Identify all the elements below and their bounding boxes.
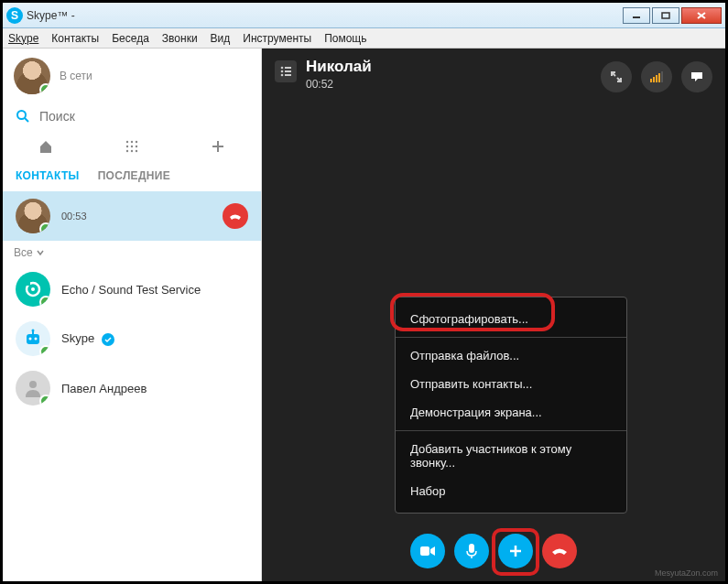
app-window: S Skype™ - Skype Контакты Беседа Звонки … xyxy=(0,0,728,584)
call-header: Николай 00:52 xyxy=(275,58,372,91)
presence-online-icon xyxy=(39,395,50,406)
popup-dialpad[interactable]: Набор xyxy=(396,477,626,505)
svg-rect-34 xyxy=(650,79,652,82)
svg-point-25 xyxy=(29,381,37,388)
popup-share-screen[interactable]: Демонстрация экрана... xyxy=(396,398,626,427)
menu-view[interactable]: Вид xyxy=(211,32,231,45)
popup-send-files[interactable]: Отправка файлов... xyxy=(396,341,626,370)
video-icon xyxy=(419,545,436,557)
contact-call-duration: 00:53 xyxy=(61,211,87,222)
chat-button[interactable] xyxy=(681,61,712,92)
video-button[interactable] xyxy=(410,534,445,568)
phone-down-icon xyxy=(228,209,243,223)
popup-send-contacts[interactable]: Отправить контакты... xyxy=(396,370,626,398)
menubar: Skype Контакты Беседа Звонки Вид Инструм… xyxy=(3,28,725,49)
svg-point-4 xyxy=(17,111,26,119)
presence-online-icon xyxy=(39,222,50,233)
me-row[interactable]: В сети xyxy=(3,49,261,102)
hangup-button[interactable] xyxy=(542,534,577,568)
svg-point-28 xyxy=(281,70,284,73)
my-status: В сети xyxy=(60,70,92,82)
titlebar: S Skype™ - xyxy=(3,3,725,28)
contact-skype[interactable]: Skype xyxy=(3,314,261,363)
svg-point-12 xyxy=(126,150,128,152)
call-duration: 00:52 xyxy=(306,78,372,91)
mute-button[interactable] xyxy=(454,534,489,568)
tab-recent[interactable]: ПОСЛЕДНИЕ xyxy=(98,169,170,182)
contact-pavel[interactable]: Павел Андреев xyxy=(3,363,261,413)
svg-rect-27 xyxy=(285,67,291,69)
maximize-button[interactable] xyxy=(652,7,679,24)
chevron-down-icon xyxy=(37,249,44,256)
sidebar: В сети xyxy=(3,49,262,581)
contact-name: Echo / Sound Test Service xyxy=(61,283,201,297)
watermark: MesyutaZon.com xyxy=(655,568,718,578)
search-input[interactable] xyxy=(39,109,248,124)
home-icon[interactable] xyxy=(38,138,54,155)
menu-tools[interactable]: Инструменты xyxy=(243,32,311,45)
menu-contacts[interactable]: Контакты xyxy=(51,32,99,45)
popup-add-people[interactable]: Добавить участников к этому звонку... xyxy=(396,435,626,477)
separator xyxy=(396,430,626,431)
fullscreen-button[interactable] xyxy=(601,61,632,92)
microphone-icon xyxy=(466,543,477,559)
presence-online-icon xyxy=(39,345,50,356)
menu-conversation[interactable]: Беседа xyxy=(112,32,149,45)
filter-row[interactable]: Все xyxy=(3,241,261,265)
svg-rect-40 xyxy=(469,544,474,553)
svg-point-30 xyxy=(281,74,284,77)
list-icon xyxy=(279,65,292,78)
svg-rect-29 xyxy=(285,70,291,72)
presence-online-icon xyxy=(39,83,50,94)
menu-help[interactable]: Помощь xyxy=(324,32,366,45)
presence-online-icon xyxy=(39,296,50,307)
my-avatar xyxy=(14,58,50,94)
call-quality-button[interactable] xyxy=(641,61,672,92)
dialpad-icon[interactable] xyxy=(124,138,140,155)
svg-point-6 xyxy=(126,141,128,143)
filter-label: Все xyxy=(14,246,33,259)
svg-point-9 xyxy=(126,146,128,147)
svg-rect-35 xyxy=(653,77,655,82)
contact-avatar xyxy=(16,272,50,307)
svg-rect-19 xyxy=(27,282,30,286)
call-controls xyxy=(410,534,577,568)
svg-point-13 xyxy=(131,150,133,152)
svg-point-7 xyxy=(131,141,133,143)
contact-echo[interactable]: Echo / Sound Test Service xyxy=(3,265,261,314)
menu-calls[interactable]: Звонки xyxy=(162,32,198,45)
mini-hangup-button[interactable] xyxy=(223,203,248,229)
close-button[interactable] xyxy=(681,7,722,24)
svg-point-22 xyxy=(35,338,38,341)
menu-skype[interactable]: Skype xyxy=(8,32,38,45)
svg-line-32 xyxy=(613,73,615,76)
close-icon xyxy=(696,11,707,20)
svg-rect-37 xyxy=(658,73,660,82)
svg-point-8 xyxy=(136,141,137,143)
nav-row xyxy=(3,133,261,164)
popup-snapshot[interactable]: Сфотографировать... xyxy=(396,305,626,333)
svg-rect-38 xyxy=(661,71,663,82)
plus-button[interactable] xyxy=(498,534,533,568)
contact-avatar xyxy=(16,321,50,356)
svg-rect-39 xyxy=(420,546,429,556)
svg-point-14 xyxy=(136,150,137,152)
skype-logo-icon: S xyxy=(6,7,23,24)
tab-contacts[interactable]: КОНТАКТЫ xyxy=(16,169,80,182)
chat-icon xyxy=(690,70,704,83)
new-icon[interactable] xyxy=(210,138,226,155)
expand-icon xyxy=(610,70,623,83)
svg-rect-1 xyxy=(662,13,669,18)
svg-line-5 xyxy=(25,118,28,122)
search-row[interactable] xyxy=(3,102,261,133)
contact-active-call[interactable]: 00:53 xyxy=(3,191,261,241)
phone-down-icon xyxy=(550,545,569,557)
call-top-right xyxy=(601,61,712,92)
svg-point-18 xyxy=(31,287,35,291)
verified-icon xyxy=(102,333,114,346)
conversation-list-button[interactable] xyxy=(275,60,297,82)
contact-avatar xyxy=(16,371,50,406)
svg-point-24 xyxy=(32,330,35,332)
minimize-icon xyxy=(632,12,641,19)
minimize-button[interactable] xyxy=(623,7,650,24)
